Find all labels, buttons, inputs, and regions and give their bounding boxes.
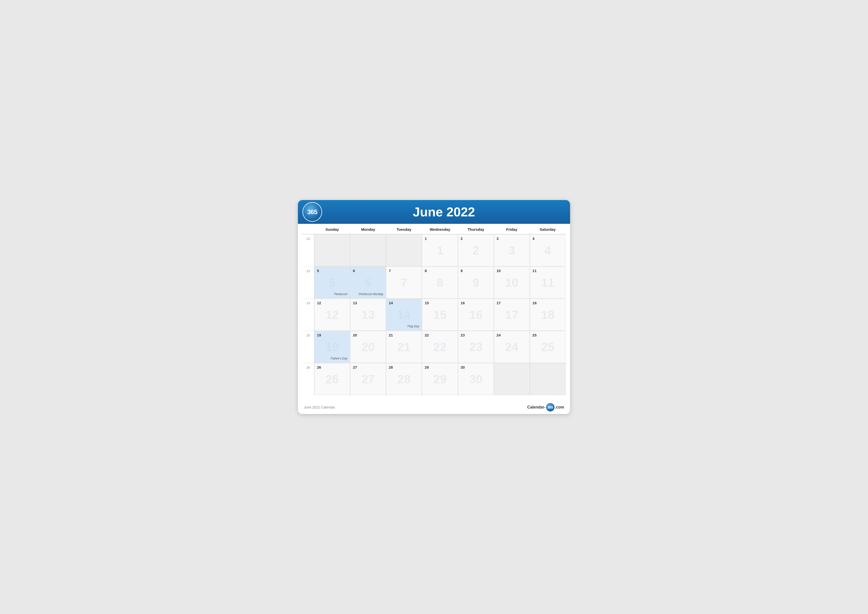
cell-date-number: 19 <box>317 333 347 337</box>
cal-cell: 2626 <box>314 363 350 395</box>
footer-logo: 365 <box>546 403 555 412</box>
cal-cell: 2121 <box>386 331 422 363</box>
cal-cell: 2424 <box>494 331 530 363</box>
cal-cell: 2323 <box>458 331 494 363</box>
cal-cell: 55Pentecost <box>314 266 350 298</box>
cal-cell <box>530 363 566 395</box>
cal-cell: 1818 <box>530 298 566 331</box>
cell-event-label: Pentecost Monday <box>359 292 383 296</box>
cell-date-number: 26 <box>317 365 347 369</box>
cal-cell: 1919Father's Day <box>314 331 350 363</box>
cal-cell: 2727 <box>350 363 386 395</box>
day-header-thursday: Thursday <box>458 224 494 234</box>
cell-watermark: 10 <box>505 276 518 289</box>
cal-cell: 2929 <box>422 363 458 395</box>
cal-cell: 44 <box>530 234 566 266</box>
cal-cell: 1111 <box>530 266 566 298</box>
footer-brand-suffix: .com <box>555 405 564 409</box>
cell-date-number: 17 <box>497 301 527 305</box>
cell-watermark: 16 <box>469 308 482 322</box>
cal-cell: 1515 <box>422 298 458 331</box>
cell-watermark: 13 <box>361 308 375 322</box>
cell-watermark: 11 <box>541 276 554 289</box>
cell-watermark: 4 <box>544 244 551 257</box>
cell-watermark: 26 <box>326 372 339 386</box>
cal-cell: 66Pentecost Monday <box>350 266 386 298</box>
cell-date-number: 14 <box>389 301 419 305</box>
cell-date-number: 7 <box>389 269 419 273</box>
cell-watermark: 24 <box>505 340 518 354</box>
week-number-24: 24 <box>302 298 314 331</box>
week-num-spacer <box>302 224 314 234</box>
cell-date-number: 18 <box>532 301 563 305</box>
cell-date-number: 15 <box>425 301 455 305</box>
cell-date-number: 20 <box>353 333 383 337</box>
logo-text: 365 <box>307 208 317 216</box>
week-number-26: 26 <box>302 363 314 395</box>
footer-caption: June 2022 Calendar <box>304 405 335 409</box>
cell-date-number: 25 <box>532 333 563 337</box>
cell-date-number: 2 <box>461 236 491 241</box>
cell-date-number: 9 <box>461 269 491 273</box>
cell-watermark: 23 <box>469 340 482 354</box>
cell-event-label: Pentecost <box>334 292 347 296</box>
cal-cell: 2828 <box>386 363 422 395</box>
logo-circle: 365 <box>302 202 322 222</box>
cal-cell: 33 <box>494 234 530 266</box>
cell-date-number: 6 <box>353 269 383 273</box>
calendar-header: 365 June 2022 <box>298 200 570 224</box>
day-header-monday: Monday <box>350 224 386 234</box>
cal-cell: 22 <box>458 234 494 266</box>
cell-watermark: 12 <box>326 308 339 322</box>
week-number-23: 23 <box>302 266 314 298</box>
cell-date-number: 22 <box>425 333 455 337</box>
cell-watermark: 25 <box>541 340 554 354</box>
cell-date-number: 5 <box>317 269 347 273</box>
cell-watermark: 27 <box>361 372 375 386</box>
cell-date-number: 1 <box>425 236 455 241</box>
cal-cell: 77 <box>386 266 422 298</box>
cal-cell: 11 <box>422 234 458 266</box>
calendar-footer: June 2022 Calendar Calendar- 365 .com <box>298 399 570 414</box>
cell-watermark: 9 <box>473 276 479 289</box>
cell-watermark: 1 <box>437 244 443 257</box>
cal-cell <box>494 363 530 395</box>
cell-date-number: 4 <box>532 236 563 241</box>
day-header-tuesday: Tuesday <box>386 224 422 234</box>
calendar-title: June 2022 <box>325 205 563 219</box>
cell-date-number: 3 <box>497 236 527 241</box>
cell-date-number: 12 <box>317 301 347 305</box>
cell-date-number: 30 <box>461 365 491 369</box>
cell-watermark: 21 <box>397 340 411 354</box>
footer-brand: Calendar- 365 .com <box>527 403 564 412</box>
cal-cell: 2222 <box>422 331 458 363</box>
cell-watermark: 30 <box>469 372 482 386</box>
cell-date-number: 13 <box>353 301 383 305</box>
cell-watermark: 5 <box>329 276 336 289</box>
week-number-25: 25 <box>302 331 314 363</box>
cell-watermark: 14 <box>397 308 411 322</box>
cell-watermark: 15 <box>433 308 446 322</box>
cal-cell: 1414Flag Day <box>386 298 422 331</box>
cell-date-number: 23 <box>461 333 491 337</box>
cell-watermark: 17 <box>505 308 518 322</box>
cal-cell <box>314 234 350 266</box>
cell-event-label: Father's Day <box>330 357 347 360</box>
cal-cell: 1616 <box>458 298 494 331</box>
cal-cell <box>350 234 386 266</box>
cell-date-number: 21 <box>389 333 419 337</box>
calendar-container: 365 June 2022 SundayMondayTuesdayWednesd… <box>298 200 570 414</box>
week-number-22: 22 <box>302 234 314 266</box>
cal-cell: 3030 <box>458 363 494 395</box>
footer-brand-prefix: Calendar- <box>527 405 546 409</box>
cell-watermark: 3 <box>508 244 515 257</box>
cell-date-number: 11 <box>532 269 563 273</box>
cal-cell: 88 <box>422 266 458 298</box>
cell-watermark: 18 <box>541 308 554 322</box>
cell-watermark: 20 <box>361 340 375 354</box>
cell-date-number: 27 <box>353 365 383 369</box>
cell-watermark: 22 <box>433 340 446 354</box>
day-header-sunday: Sunday <box>314 224 350 234</box>
cal-cell: 2525 <box>530 331 566 363</box>
calendar-grid: 22112233442355Pentecost66Pentecost Monda… <box>302 234 566 395</box>
